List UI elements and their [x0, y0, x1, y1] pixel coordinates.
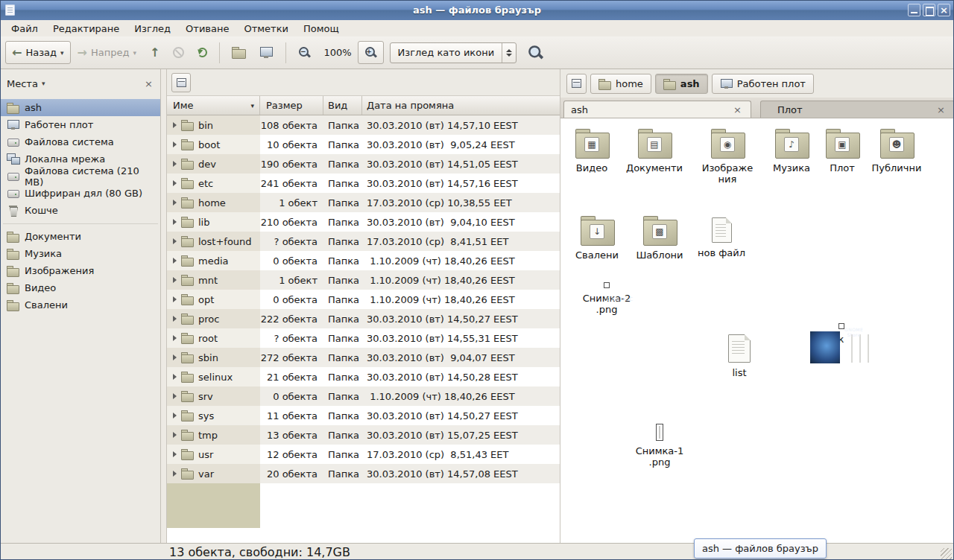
menu-bookmarks[interactable]: Отметки [236, 22, 295, 36]
tab-close-icon[interactable] [935, 104, 947, 115]
reload-button[interactable] [191, 41, 214, 64]
folder-templates[interactable]: ▩ Шаблони [628, 216, 691, 261]
tree-row[interactable]: tmp 13 обекта Папка 30.03.2010 (вт) 15,0… [167, 425, 560, 445]
path-button-home[interactable]: home [590, 74, 651, 94]
tree-row[interactable]: etc 241 обекта Папка 30.03.2010 (вт) 14,… [167, 174, 560, 193]
path-button-ash[interactable]: ash [655, 74, 708, 94]
menu-help[interactable]: Помощ [296, 22, 347, 36]
file-snimka-2-png[interactable]: GUADEC Снимка-2.png [569, 282, 644, 315]
expander-icon[interactable] [173, 374, 177, 380]
menu-file[interactable]: Файл [4, 22, 45, 36]
tree-row[interactable]: root ? обекта Папка 30.03.2010 (вт) 14,5… [167, 328, 560, 348]
up-button[interactable] [143, 41, 166, 64]
column-header-size[interactable]: Размер [260, 96, 323, 115]
tree-row[interactable]: lib 210 обекта Папка 30.03.2010 (вт) 9,0… [167, 212, 560, 232]
sidebar-item[interactable]: Файлова система [1, 133, 160, 150]
path-scroll-button[interactable] [566, 74, 587, 94]
back-dropdown-icon[interactable] [60, 49, 64, 57]
maximize-button[interactable] [923, 4, 935, 16]
sidebar-item[interactable]: Файлова система (210 MB) [1, 168, 160, 185]
view-mode-select[interactable]: Изглед като икони [390, 42, 517, 63]
expander-icon[interactable] [173, 180, 177, 186]
tree-row[interactable]: srv 0 обекта Папка 1.10.2009 (чт) 18,40,… [167, 386, 560, 406]
sidebar-close-icon[interactable] [142, 77, 156, 90]
expander-icon[interactable] [173, 471, 177, 477]
folder-downloads[interactable]: ↓ Свалени [566, 216, 628, 261]
file-snimka-png[interactable]: GNOME Store Снимка.png [802, 323, 881, 345]
tree-row[interactable]: var 20 обекта Папка 30.03.2010 (вт) 14,5… [167, 464, 560, 483]
column-header-type[interactable]: Вид [323, 96, 362, 115]
sidebar-item[interactable]: Шифриран дял (80 GB) [1, 185, 160, 202]
folder-documents[interactable]: ▤ Документи [623, 129, 686, 174]
expander-icon[interactable] [173, 451, 177, 457]
tree-row[interactable]: opt 0 обекта Папка 1.10.2009 (чт) 18,40,… [167, 290, 560, 309]
column-header-name[interactable]: Име [167, 96, 260, 115]
search-button[interactable] [522, 41, 549, 64]
folder-desktop[interactable]: ▣ Плот [811, 129, 874, 174]
stop-button[interactable] [166, 41, 191, 64]
column-header-date[interactable]: Дата на промяна [362, 96, 560, 115]
tree-row[interactable]: home 1 обект Папка 17.03.2010 (ср) 10,38… [167, 193, 560, 212]
folder-public[interactable]: ☻ Публични [865, 129, 928, 174]
sidebar-item[interactable]: Работен плот [1, 116, 160, 133]
path-button-desktop[interactable]: Работен плот [712, 74, 814, 94]
titlebar[interactable]: ash — файлов браузър [1, 1, 953, 20]
pane-toggle-button[interactable] [171, 73, 191, 92]
folder-pictures[interactable]: ◉ Изображения [696, 129, 759, 185]
sidebar-item[interactable]: Изображения [1, 262, 160, 279]
expander-icon[interactable] [173, 161, 177, 167]
tree-row[interactable]: sbin 272 обекта Папка 30.03.2010 (вт) 9,… [167, 348, 560, 367]
menu-edit[interactable]: Редактиране [45, 22, 127, 36]
tab-close-icon[interactable] [731, 104, 744, 115]
tree-row[interactable]: sys 11 обекта Папка 30.03.2010 (вт) 14,5… [167, 406, 560, 425]
sidebar-mode-dropdown-icon[interactable] [42, 80, 45, 87]
menu-view[interactable]: Изглед [127, 22, 178, 36]
tree-row[interactable]: bin 108 обекта Папка 30.03.2010 (вт) 14,… [167, 115, 560, 135]
expander-icon[interactable] [173, 277, 177, 283]
expander-icon[interactable] [173, 335, 177, 341]
window-list-button[interactable]: ash — файлов браузър [694, 538, 827, 559]
tab-plot[interactable]: Плот [760, 101, 954, 118]
expander-icon[interactable] [173, 238, 177, 244]
expander-icon[interactable] [173, 219, 177, 225]
expander-icon[interactable] [173, 296, 177, 302]
zoom-out-button[interactable] [291, 41, 318, 64]
resize-grip[interactable] [941, 548, 952, 559]
file-new-file[interactable]: нов файл [690, 217, 753, 258]
file-snimka-1-png[interactable]: Снимка-1.png [622, 424, 698, 468]
spinner-arrows-icon[interactable] [502, 49, 516, 57]
expander-icon[interactable] [173, 432, 177, 438]
expander-icon[interactable] [173, 200, 177, 206]
file-list[interactable]: list [711, 334, 768, 378]
tab-ash[interactable]: ash [563, 101, 751, 118]
sidebar-item[interactable]: Кошче [1, 202, 160, 219]
expander-icon[interactable] [173, 141, 177, 147]
tree-row[interactable]: lost+found ? обекта Папка 17.03.2010 (ср… [167, 232, 560, 251]
expander-icon[interactable] [173, 258, 177, 264]
sidebar-item[interactable]: Свалени [1, 296, 160, 314]
forward-button[interactable]: Напред [71, 41, 143, 64]
expander-icon[interactable] [173, 122, 177, 128]
tree-row[interactable]: usr 12 обекта Папка 17.03.2010 (ср) 8,51… [167, 445, 560, 464]
tree-row[interactable]: mnt 1 обект Папка 1.10.2009 (чт) 18,40,2… [167, 270, 560, 290]
expander-icon[interactable] [173, 393, 177, 399]
icon-view[interactable]: ▦ Видео ▤ Документи ◉ Изображения ♪ Музи… [560, 118, 954, 543]
sidebar-item[interactable]: Видео [1, 279, 160, 296]
expander-icon[interactable] [173, 354, 177, 360]
computer-button[interactable] [253, 41, 280, 64]
back-button[interactable]: Назад [5, 41, 71, 64]
sidebar-item[interactable]: Музика [1, 245, 160, 262]
home-button[interactable] [225, 41, 253, 64]
expander-icon[interactable] [173, 413, 177, 419]
folder-video[interactable]: ▦ Видео [560, 129, 623, 174]
tree-row[interactable]: boot 10 обекта Папка 30.03.2010 (вт) 9,0… [167, 135, 560, 154]
tree-row[interactable]: dev 190 обекта Папка 30.03.2010 (вт) 14,… [167, 154, 560, 174]
tree-row[interactable]: selinux 21 обекта Папка 30.03.2010 (вт) … [167, 367, 560, 386]
expander-icon[interactable] [173, 316, 177, 322]
minimize-button[interactable] [908, 4, 920, 16]
tree-row[interactable]: media 0 обекта Папка 1.10.2009 (чт) 18,4… [167, 251, 560, 270]
sidebar-item[interactable]: ash [1, 99, 160, 116]
close-button[interactable] [938, 4, 950, 16]
tree-row[interactable]: proc 222 обекта Папка 30.03.2010 (вт) 14… [167, 309, 560, 328]
zoom-in-button[interactable] [358, 41, 384, 64]
